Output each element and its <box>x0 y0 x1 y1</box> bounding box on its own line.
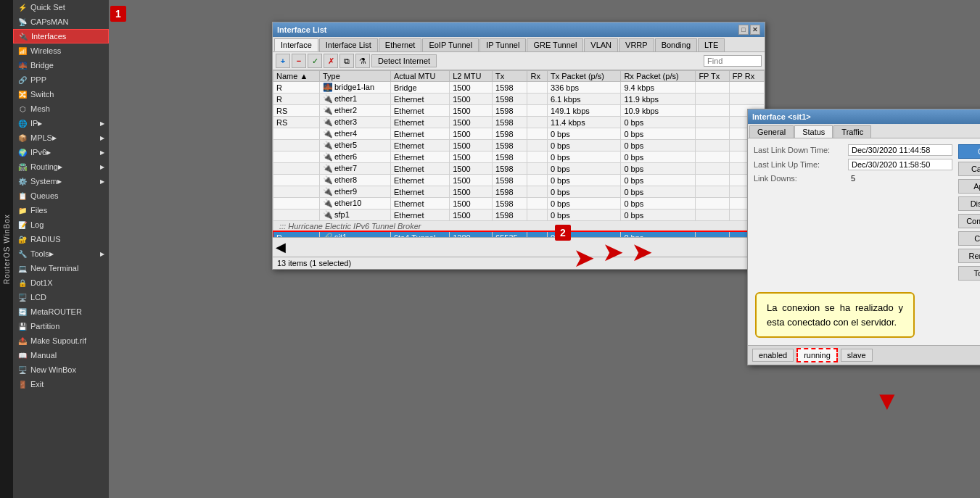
tab-vlan[interactable]: VLAN <box>584 38 618 51</box>
detail-tab-general[interactable]: General <box>749 125 794 138</box>
col-header-actual-mtu[interactable]: Actual MTU <box>390 71 449 82</box>
col-header-l2-mtu[interactable]: L2 MTU <box>450 71 493 82</box>
table-row[interactable]: R 🔌ether1 Ethernet 1500 1598 6.1 kbps 11… <box>273 94 765 105</box>
iface-list-close[interactable]: ✕ <box>750 25 760 35</box>
cancel-button[interactable]: Cancel <box>958 162 980 176</box>
sidebar-item-wireless[interactable]: 📶 Wireless <box>13 43 109 58</box>
sidebar-item-bridge[interactable]: 🌉 Bridge <box>13 58 109 72</box>
iface-list-minimize[interactable]: □ <box>738 25 749 35</box>
iface-list-titlebar[interactable]: Interface List □ ✕ <box>273 22 765 37</box>
sidebar-item-lcd[interactable]: 🖥️ LCD <box>13 290 109 304</box>
table-row[interactable]: RS 🔌ether3 Ethernet 1500 1598 11.4 kbps … <box>273 117 765 128</box>
torch-button[interactable]: Torch <box>958 266 980 281</box>
iface-detail-titlebar[interactable]: Interface <sit1> □ ✕ <box>748 109 980 124</box>
tab-interface[interactable]: Interface <box>274 38 318 51</box>
filter-button[interactable]: ⚗ <box>355 54 370 68</box>
tab-lte[interactable]: LTE <box>698 38 725 51</box>
table-row[interactable]: 🔌ether5 Ethernet 1500 1598 0 bps 0 bps <box>273 140 765 152</box>
lcd-icon: 🖥️ <box>17 292 28 302</box>
sidebar-item-files[interactable]: 📁 Files <box>13 203 109 217</box>
apply-button[interactable]: Apply <box>958 179 980 194</box>
disable-button[interactable]: ✗ <box>324 54 338 68</box>
col-header-tx-pkt[interactable]: Tx Packet (p/s) <box>547 71 620 82</box>
tab-gre-tunnel[interactable]: GRE Tunnel <box>527 38 583 51</box>
sidebar-item-switch[interactable]: 🔀 Switch <box>13 87 109 101</box>
sidebar-item-new-winbox[interactable]: 🖥️ New WinBox <box>13 362 109 377</box>
tab-bonding[interactable]: Bonding <box>655 38 697 51</box>
table-row[interactable]: 🔌ether4 Ethernet 1500 1598 0 bps 0 bps <box>273 128 765 140</box>
sidebar-item-mesh[interactable]: ⬡ Mesh <box>13 101 109 116</box>
detail-footer: enabled running slave <box>748 345 980 365</box>
sidebar-item-manual[interactable]: 📖 Manual <box>13 348 109 362</box>
sidebar-item-queues[interactable]: 📋 Queues <box>13 188 109 203</box>
sidebar-item-capsman[interactable]: 📡 CAPsMAN <box>13 14 109 29</box>
sidebar-item-mpls[interactable]: 📦MPLS ▶ <box>13 130 109 145</box>
table-row[interactable]: R 🔗sit1 6to4 Tunnel 1280 65535 0 bps 0 b… <box>273 232 765 238</box>
arrow-down-icon: ▼ <box>874 388 900 414</box>
copy-button[interactable]: Copy <box>958 231 980 246</box>
table-row[interactable]: 🔌ether10 Ethernet 1500 1598 0 bps 0 bps <box>273 198 765 209</box>
table-row[interactable]: RS 🔌ether2 Ethernet 1500 1598 149.1 kbps… <box>273 105 765 117</box>
tooltip-bubble: La conexion se ha realizado y esta conec… <box>755 292 915 338</box>
add-button[interactable]: + <box>276 54 290 68</box>
comment-button[interactable]: Comment <box>958 214 980 228</box>
sidebar-item-radius[interactable]: 🔐 RADIUS <box>13 232 109 246</box>
tools-icon: 🔧 <box>17 249 28 259</box>
terminal-icon: 💻 <box>17 263 28 273</box>
sidebar-item-ip[interactable]: 🌐IP ▶ <box>13 116 109 130</box>
exit-icon: 🚪 <box>17 379 28 389</box>
table-row[interactable]: 🔌ether9 Ethernet 1500 1598 0 bps 0 bps <box>273 186 765 198</box>
table-row[interactable]: 🔌ether6 Ethernet 1500 1598 0 bps 0 bps <box>273 152 765 163</box>
find-input[interactable] <box>704 55 762 67</box>
sidebar-item-interfaces[interactable]: 🔌 Interfaces <box>13 29 109 43</box>
col-header-rx-pkt[interactable]: Rx Packet (p/s) <box>621 71 696 82</box>
col-header-fp-rx[interactable]: FP Rx <box>729 71 764 82</box>
col-header-rx[interactable]: Rx <box>527 71 547 82</box>
col-header-tx[interactable]: Tx <box>493 71 527 82</box>
log-icon: 📝 <box>17 220 28 230</box>
table-row[interactable]: 🔌ether7 Ethernet 1500 1598 0 bps 0 bps <box>273 163 765 175</box>
interfaces-icon: 🔌 <box>18 31 28 41</box>
sidebar-item-make-supout[interactable]: 📤 Make Supout.rif <box>13 333 109 348</box>
sidebar-item-quick-set[interactable]: ⚡ Quick Set <box>13 0 109 14</box>
enable-button[interactable]: ✓ <box>308 54 322 68</box>
remove-button-detail[interactable]: Remove <box>958 249 980 263</box>
tab-ip-tunnel[interactable]: IP Tunnel <box>479 38 526 51</box>
badge-2: 2 <box>555 225 571 241</box>
sidebar-item-system[interactable]: ⚙️System ▶ <box>13 174 109 188</box>
col-header-type[interactable]: Type <box>319 71 390 82</box>
copy-tool-button[interactable]: ⧉ <box>339 54 354 68</box>
table-row[interactable]: R 🌉bridge1-lan Bridge 1500 1598 336 bps … <box>273 82 765 94</box>
sidebar-item-routing[interactable]: 🛣️Routing ▶ <box>13 159 109 174</box>
routing-icon: 🛣️ <box>17 162 28 172</box>
sidebar-item-log[interactable]: 📝 Log <box>13 217 109 232</box>
sidebar-item-new-terminal[interactable]: 💻 New Terminal <box>13 261 109 275</box>
detect-internet-button[interactable]: Detect Internet <box>371 54 437 67</box>
table-row[interactable]: 🔌ether8 Ethernet 1500 1598 0 bps 0 bps <box>273 175 765 186</box>
tab-interface-list[interactable]: Interface List <box>319 38 378 51</box>
sidebar-item-ppp[interactable]: 🔗 PPP <box>13 72 109 87</box>
scroll-left-btn[interactable]: ◀ <box>276 239 286 255</box>
table-row[interactable]: ::: Hurricane Electric IPv6 Tunnel Broke… <box>273 221 765 232</box>
tab-ethernet[interactable]: Ethernet <box>379 38 422 51</box>
tab-eoip-tunnel[interactable]: EoIP Tunnel <box>422 38 479 51</box>
remove-button[interactable]: − <box>292 54 306 68</box>
detail-tab-traffic[interactable]: Traffic <box>833 125 871 138</box>
table-row[interactable]: 🔌sfp1 Ethernet 1500 1598 0 bps 0 bps <box>273 209 765 221</box>
tab-vrrp[interactable]: VRRP <box>619 38 654 51</box>
sidebar-item-partition[interactable]: 💾 Partition <box>13 319 109 333</box>
ok-button[interactable]: OK <box>958 144 980 159</box>
routing-arrow-icon: ▶ <box>58 164 62 170</box>
sidebar-item-tools[interactable]: 🔧Tools ▶ <box>13 246 109 261</box>
col-header-name[interactable]: Name ▲ <box>273 71 320 82</box>
detail-tab-status[interactable]: Status <box>794 125 833 138</box>
col-header-fp-tx[interactable]: FP Tx <box>696 71 729 82</box>
badge-1: 1 <box>110 6 126 22</box>
sidebar-item-ipv6[interactable]: 🌍IPv6 ▶ <box>13 145 109 159</box>
sidebar-item-dot1x[interactable]: 🔒 Dot1X <box>13 275 109 290</box>
sidebar-item-exit[interactable]: 🚪 Exit <box>13 377 109 391</box>
disable-button-detail[interactable]: Disable <box>958 196 980 211</box>
sidebar-item-metarouter[interactable]: 🔄 MetaROUTER <box>13 304 109 319</box>
tag-slave: slave <box>841 349 873 362</box>
files-icon: 📁 <box>17 205 28 215</box>
